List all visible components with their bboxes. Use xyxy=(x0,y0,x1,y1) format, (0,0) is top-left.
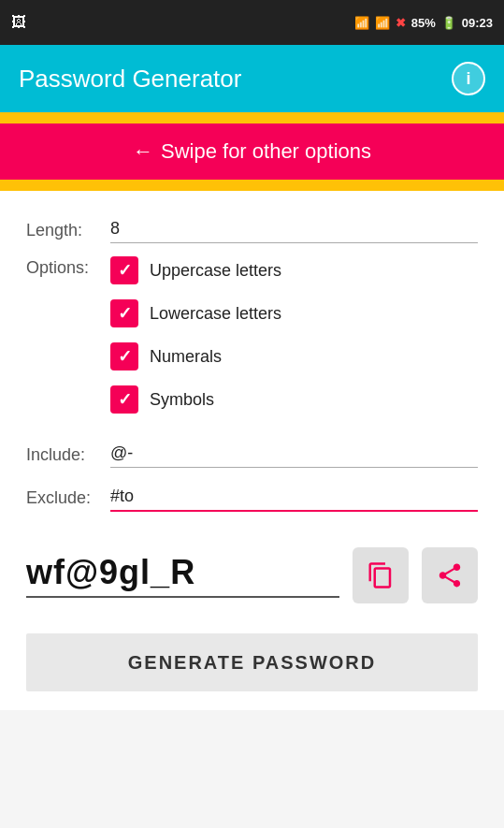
checkbox-uppercase[interactable]: ✓ xyxy=(110,256,138,284)
password-area: wf@9gl_R xyxy=(0,547,504,618)
yellow-bar-bottom xyxy=(0,180,504,191)
option-lowercase[interactable]: ✓ Lowercase letters xyxy=(110,294,281,333)
option-label-lowercase: Lowercase letters xyxy=(150,304,281,324)
swipe-arrow: ← xyxy=(133,139,153,164)
option-symbols[interactable]: ✓ Symbols xyxy=(110,380,281,419)
options-row: Options: ✓ Uppercase letters ✓ Lowercase… xyxy=(26,251,478,419)
checkbox-lowercase[interactable]: ✓ xyxy=(110,299,138,327)
exclude-label: Exclude: xyxy=(26,488,110,508)
signal-icon: 📶 xyxy=(375,16,390,30)
swipe-banner[interactable]: ← Swipe for other options xyxy=(0,123,504,180)
options-list: ✓ Uppercase letters ✓ Lowercase letters … xyxy=(110,251,281,419)
battery-percent: 85% xyxy=(411,16,436,30)
clock: 09:23 xyxy=(462,16,493,30)
include-row: Include: xyxy=(26,442,478,468)
copy-icon xyxy=(367,561,395,589)
wifi-icon: 📶 xyxy=(354,16,369,30)
yellow-bar-top xyxy=(0,112,504,123)
copy-button[interactable] xyxy=(353,547,409,603)
check-icon-numerals: ✓ xyxy=(118,346,132,367)
checkbox-numerals[interactable]: ✓ xyxy=(110,342,138,370)
length-value-wrap xyxy=(110,217,478,243)
check-icon-lowercase: ✓ xyxy=(118,303,132,324)
share-icon xyxy=(436,561,464,589)
check-icon-uppercase: ✓ xyxy=(118,260,132,281)
status-bar: 🖼 📶 📶 ✖ 85% 🔋 09:23 xyxy=(0,0,504,45)
generate-button[interactable]: GENERATE PASSWORD xyxy=(26,633,478,691)
app-header: Password Generator i xyxy=(0,45,504,112)
options-label: Options: xyxy=(26,251,110,278)
option-uppercase[interactable]: ✓ Uppercase letters xyxy=(110,251,281,290)
status-bar-right: 📶 📶 ✖ 85% 🔋 09:23 xyxy=(354,16,493,30)
option-label-symbols: Symbols xyxy=(150,390,214,410)
swipe-text: Swipe for other options xyxy=(161,139,371,164)
info-button[interactable]: i xyxy=(452,62,485,95)
checkbox-symbols[interactable]: ✓ xyxy=(110,385,138,414)
battery-icon: 🔋 xyxy=(441,16,456,30)
include-input[interactable] xyxy=(110,442,478,468)
photo-icon: 🖼 xyxy=(11,14,26,31)
include-label: Include: xyxy=(26,445,110,465)
option-label-uppercase: Uppercase letters xyxy=(150,261,281,281)
option-numerals[interactable]: ✓ Numerals xyxy=(110,337,281,376)
main-content: Length: Options: ✓ Uppercase letters ✓ L… xyxy=(0,191,504,547)
app-title: Password Generator xyxy=(19,65,241,94)
check-icon-symbols: ✓ xyxy=(118,389,132,410)
generated-password: wf@9gl_R xyxy=(26,553,339,598)
status-bar-left: 🖼 xyxy=(11,14,26,31)
share-button[interactable] xyxy=(422,547,478,603)
exclude-input[interactable] xyxy=(110,485,478,512)
generate-btn-wrap: GENERATE PASSWORD xyxy=(0,618,504,710)
length-row: Length: xyxy=(26,217,478,243)
exclude-row: Exclude: xyxy=(26,485,478,512)
option-label-numerals: Numerals xyxy=(150,347,222,367)
length-input[interactable] xyxy=(110,217,478,243)
no-sim-icon: ✖ xyxy=(396,16,406,30)
length-label: Length: xyxy=(26,217,110,240)
